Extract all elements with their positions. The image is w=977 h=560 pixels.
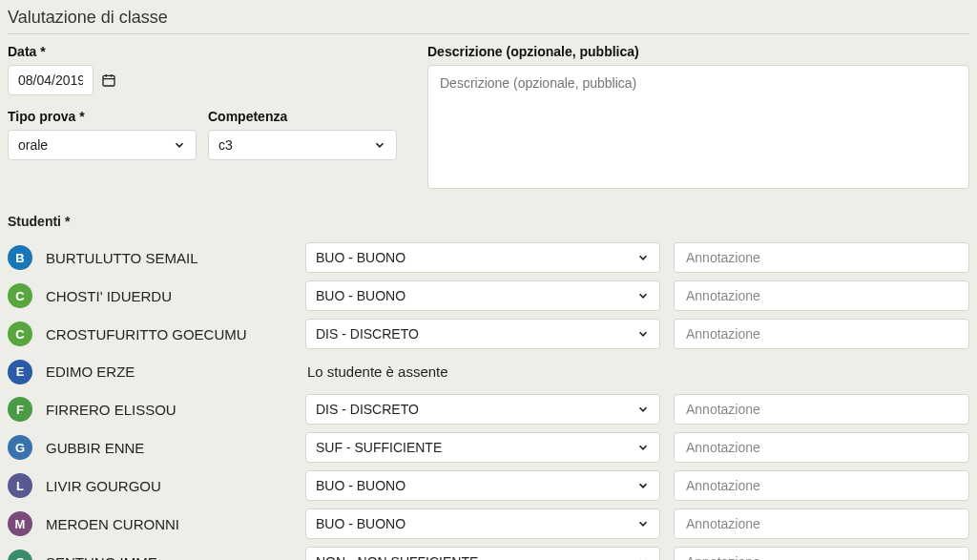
studenti-label: Studenti * — [8, 214, 969, 229]
student-name: MEROEN CURONNI — [46, 516, 292, 532]
page-title: Valutazione di classe — [8, 0, 969, 34]
student-row: SSENTUNO IMMENON - NON SUFFICIENTE — [8, 543, 969, 560]
competenza-label: Competenza — [208, 109, 397, 124]
student-row: BBURTULUTTO SEMAILBUO - BUONO — [8, 239, 969, 277]
grade-select[interactable]: BUO - BUONO — [305, 280, 660, 311]
grade-select[interactable]: DIS - DISCRETO — [305, 394, 660, 425]
student-row: GGUBBIR ENNESUF - SUFFICIENTE — [8, 428, 969, 467]
student-row: LLIVIR GOURGOUBUO - BUONO — [8, 467, 969, 505]
annotazione-input[interactable] — [674, 508, 969, 539]
chevron-down-icon — [627, 327, 659, 341]
svg-rect-0 — [103, 75, 114, 86]
student-name: SENTUNO IMME — [46, 554, 292, 561]
competenza-select[interactable]: c3 — [208, 130, 397, 160]
grade-select[interactable]: BUO - BUONO — [305, 508, 660, 539]
chevron-down-icon — [627, 441, 659, 454]
student-name: GUBBIR ENNE — [46, 440, 292, 456]
competenza-value: c3 — [209, 131, 364, 159]
chevron-down-icon — [627, 517, 659, 530]
descrizione-textarea[interactable] — [427, 65, 969, 189]
chevron-down-icon — [627, 555, 659, 560]
chevron-down-icon — [163, 138, 196, 152]
annotazione-input[interactable] — [674, 432, 969, 463]
tipo-prova-label: Tipo prova * — [8, 109, 197, 124]
grade-select[interactable]: BUO - BUONO — [305, 470, 660, 501]
tipo-prova-value: orale — [9, 131, 163, 159]
grade-select[interactable]: BUO - BUONO — [305, 242, 660, 273]
student-name: FIRRERO ELISSOU — [46, 402, 292, 418]
data-input[interactable] — [8, 65, 94, 95]
avatar: L — [8, 473, 32, 498]
annotazione-input[interactable] — [674, 470, 969, 501]
student-row: EEDIMO ERZELo studente è assente — [8, 353, 969, 390]
chevron-down-icon — [627, 403, 659, 416]
avatar: M — [8, 511, 32, 536]
chevron-down-icon — [364, 138, 396, 152]
student-name: BURTULUTTO SEMAIL — [46, 250, 292, 266]
grade-value: BUO - BUONO — [306, 471, 627, 500]
grade-select[interactable]: DIS - DISCRETO — [305, 319, 660, 349]
avatar: G — [8, 435, 32, 460]
grade-select[interactable]: NON - NON SUFFICIENTE — [305, 547, 660, 560]
avatar: B — [8, 245, 32, 270]
student-list: BBURTULUTTO SEMAILBUO - BUONOCCHOSTI' ID… — [8, 239, 969, 560]
student-row: CCHOSTI' IDUERDUBUO - BUONO — [8, 277, 969, 315]
student-name: LIVIR GOURGOU — [46, 478, 292, 494]
grade-value: BUO - BUONO — [306, 243, 627, 272]
annotazione-input[interactable] — [674, 319, 969, 349]
chevron-down-icon — [627, 479, 659, 492]
grade-value: DIS - DISCRETO — [306, 395, 627, 424]
calendar-icon[interactable] — [101, 73, 116, 88]
avatar: C — [8, 321, 32, 346]
grade-value: BUO - BUONO — [306, 281, 627, 310]
avatar: C — [8, 283, 32, 308]
avatar: E — [8, 360, 32, 384]
avatar: S — [8, 550, 32, 560]
annotazione-input[interactable] — [674, 547, 969, 560]
tipo-prova-select[interactable]: orale — [8, 130, 197, 160]
annotazione-input[interactable] — [674, 242, 969, 273]
grade-select[interactable]: SUF - SUFFICIENTE — [305, 432, 660, 463]
avatar: F — [8, 397, 32, 422]
student-row: FFIRRERO ELISSOUDIS - DISCRETO — [8, 390, 969, 428]
student-name: CROSTUFURITTO GOECUMU — [46, 326, 292, 342]
chevron-down-icon — [627, 251, 659, 264]
annotazione-input[interactable] — [674, 394, 969, 425]
grade-value: NON - NON SUFFICIENTE — [306, 548, 627, 560]
grade-value: BUO - BUONO — [306, 509, 627, 538]
descrizione-label: Descrizione (opzionale, pubblica) — [427, 44, 969, 59]
grade-value: DIS - DISCRETO — [306, 320, 627, 348]
student-name: EDIMO ERZE — [46, 363, 292, 380]
grade-value: SUF - SUFFICIENTE — [306, 433, 627, 462]
student-row: MMEROEN CURONNIBUO - BUONO — [8, 505, 969, 543]
student-row: CCROSTUFURITTO GOECUMUDIS - DISCRETO — [8, 315, 969, 353]
data-label: Data * — [8, 44, 408, 59]
annotazione-input[interactable] — [674, 280, 969, 311]
absent-text: Lo studente è assente — [305, 357, 660, 386]
student-name: CHOSTI' IDUERDU — [46, 288, 292, 304]
chevron-down-icon — [627, 289, 659, 302]
